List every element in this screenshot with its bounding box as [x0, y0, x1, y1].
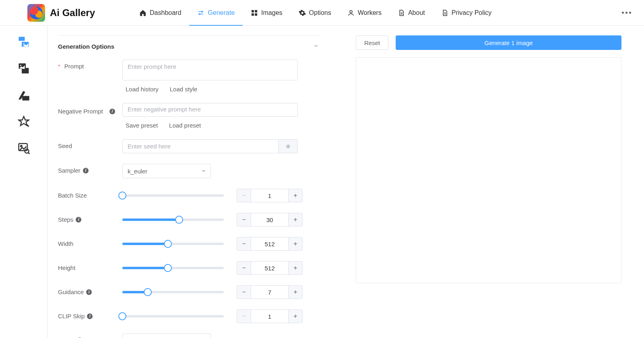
sidebar-inpaint[interactable]: [17, 89, 30, 101]
brand-title: Ai Gallery: [50, 7, 95, 19]
guidance-increment[interactable]: +: [288, 285, 303, 299]
steps-decrement[interactable]: −: [237, 213, 251, 227]
model-select[interactable]: stable_diffusion (36): [122, 334, 211, 338]
svg-point-15: [20, 145, 22, 147]
svg-point-9: [23, 43, 24, 44]
width-stepper: −512+: [237, 237, 303, 251]
nav-label: Generate: [208, 9, 235, 16]
clip-skip-decrement: −: [237, 309, 251, 323]
slider-handle[interactable]: [118, 192, 126, 200]
width-label: Width: [58, 237, 122, 247]
svg-point-6: [350, 10, 352, 13]
clip-skip-value[interactable]: 1: [251, 309, 288, 323]
model-label: Modeli: [58, 334, 122, 338]
info-icon[interactable]: i: [87, 313, 93, 319]
generation-options-panel: Generation Options *Prompt Load history …: [47, 26, 321, 338]
slider-handle[interactable]: [118, 312, 126, 320]
sidebar-interrogate[interactable]: [17, 142, 30, 155]
section-title: Generation Options: [58, 43, 114, 50]
prompt-label: *Prompt: [58, 60, 122, 70]
topbar: Ai Gallery Dashboard Generate Images Opt…: [0, 0, 644, 26]
svg-rect-7: [19, 37, 25, 41]
sliders-icon: [197, 9, 204, 16]
nav-workers[interactable]: Workers: [339, 0, 390, 26]
guidance-label: Guidancei: [58, 285, 122, 295]
slider-handle[interactable]: [164, 264, 172, 272]
seed-input[interactable]: [122, 139, 279, 153]
width-decrement[interactable]: −: [237, 237, 251, 251]
nav-options[interactable]: Options: [291, 0, 339, 26]
brand-logo-icon: [27, 4, 45, 22]
nav-images[interactable]: Images: [243, 0, 290, 26]
load-history-link[interactable]: Load history: [126, 86, 159, 93]
sidebar-img2img[interactable]: [17, 62, 30, 75]
svg-point-1: [199, 13, 200, 14]
seed-random-button[interactable]: ✻: [279, 139, 298, 153]
svg-rect-3: [255, 10, 257, 12]
height-decrement[interactable]: −: [237, 261, 251, 275]
steps-stepper: −30+: [237, 213, 303, 227]
clip-skip-increment[interactable]: +: [288, 309, 303, 323]
svg-point-0: [202, 11, 203, 12]
sidebar-rate[interactable]: [17, 115, 30, 128]
section-divider: [58, 35, 321, 36]
sampler-label: Sampleri: [58, 164, 122, 174]
nav-dashboard[interactable]: Dashboard: [131, 0, 189, 26]
neg-prompt-input[interactable]: [122, 103, 298, 117]
width-value[interactable]: 512: [251, 237, 288, 251]
height-value[interactable]: 512: [251, 261, 288, 275]
save-preset-link[interactable]: Save preset: [126, 122, 158, 129]
svg-rect-4: [252, 13, 254, 15]
load-preset-link[interactable]: Load preset: [169, 122, 201, 129]
steps-value[interactable]: 30: [251, 213, 288, 227]
guidance-slider[interactable]: [122, 291, 224, 293]
neg-prompt-label: Negative Prompt i: [58, 103, 122, 117]
slider-handle[interactable]: [144, 288, 152, 296]
height-increment[interactable]: +: [288, 261, 303, 275]
info-icon[interactable]: i: [83, 168, 89, 173]
guidance-stepper: −7+: [237, 285, 303, 299]
nav-about[interactable]: About: [390, 0, 433, 26]
prompt-input[interactable]: [122, 60, 298, 80]
svg-rect-13: [22, 96, 29, 101]
seed-label: Seed: [58, 139, 122, 149]
guidance-value[interactable]: 7: [251, 285, 288, 299]
info-icon[interactable]: i: [86, 289, 92, 295]
info-icon[interactable]: i: [109, 109, 115, 114]
sidebar: [0, 26, 47, 338]
more-menu-button[interactable]: [619, 8, 634, 17]
nav-label: Options: [309, 9, 331, 16]
clip-skip-slider[interactable]: [122, 315, 224, 317]
document-icon: [441, 9, 448, 16]
batch-size-slider[interactable]: [122, 194, 224, 197]
top-nav: Dashboard Generate Images Options Worker…: [131, 0, 500, 26]
nav-generate[interactable]: Generate: [189, 0, 243, 26]
svg-point-12: [20, 65, 21, 66]
grid-icon: [251, 9, 258, 16]
load-style-link[interactable]: Load style: [170, 86, 197, 93]
nav-privacy[interactable]: Privacy Policy: [433, 0, 500, 26]
height-slider[interactable]: [122, 267, 224, 269]
batch-size-label: Batch Size: [58, 189, 122, 199]
steps-slider[interactable]: [122, 218, 224, 221]
slider-handle[interactable]: [164, 240, 172, 248]
sidebar-text2img[interactable]: [17, 35, 30, 48]
batch-size-increment[interactable]: +: [288, 189, 303, 202]
gear-icon: [299, 9, 306, 16]
brand: Ai Gallery: [27, 4, 95, 22]
clip-skip-stepper: −1+: [237, 309, 303, 323]
svg-rect-5: [255, 13, 257, 15]
slider-handle[interactable]: [175, 216, 183, 224]
width-increment[interactable]: +: [288, 237, 303, 251]
section-header[interactable]: Generation Options: [58, 43, 321, 50]
width-slider[interactable]: [122, 243, 224, 245]
svg-rect-2: [252, 10, 254, 12]
guidance-decrement[interactable]: −: [237, 285, 251, 299]
steps-increment[interactable]: +: [288, 213, 303, 227]
sampler-select[interactable]: k_euler: [122, 164, 211, 178]
info-icon[interactable]: i: [76, 217, 81, 223]
reset-button[interactable]: Reset: [356, 35, 388, 50]
generate-button[interactable]: Generate 1 image: [396, 35, 621, 50]
batch-size-value[interactable]: 1: [251, 189, 288, 202]
home-icon: [139, 9, 147, 16]
